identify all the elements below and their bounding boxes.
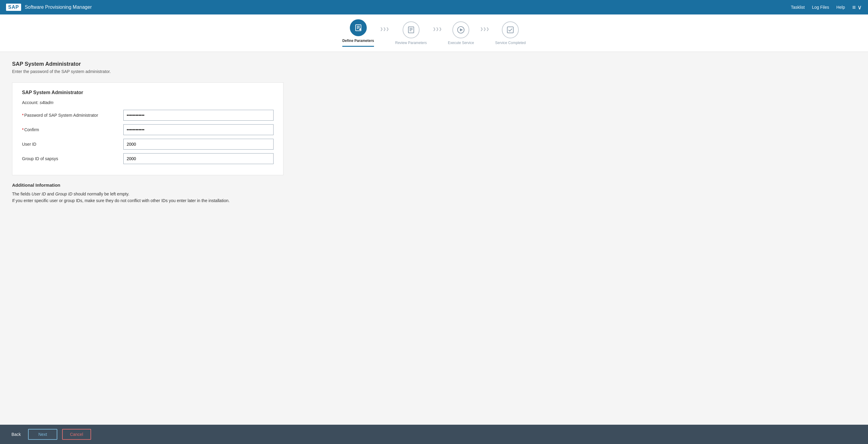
additional-text: The fields User ID and Group ID should n…: [12, 191, 856, 204]
step-arrow-1: ❯❯❯: [374, 27, 395, 39]
menu-icon[interactable]: ≡ ∨: [852, 4, 862, 11]
wizard-steps: Define Parameters ❯❯❯ Review Parameters …: [342, 19, 526, 47]
header-right: Tasklist Log Files Help ≡ ∨: [791, 4, 862, 11]
password-label: *Password of SAP System Administrator: [22, 113, 119, 118]
form-card-title: SAP System Administrator: [22, 90, 274, 95]
wizard-step-define: Define Parameters: [342, 19, 374, 47]
footer: Back Next Cancel: [0, 425, 868, 444]
groupid-label: Group ID of sapsys: [22, 156, 119, 161]
svg-marker-10: [460, 28, 463, 31]
next-button[interactable]: Next: [28, 429, 57, 440]
app-header: SAP Software Provisioning Manager Taskli…: [0, 0, 868, 14]
required-star-confirm: *: [22, 127, 24, 132]
required-star-password: *: [22, 113, 24, 118]
sap-logo: SAP: [6, 4, 21, 11]
step-label-completed: Service Completed: [495, 41, 526, 45]
step-active-underline: [342, 46, 374, 47]
userid-input[interactable]: [123, 139, 274, 150]
form-row-userid: User ID: [22, 139, 274, 150]
header-left: SAP Software Provisioning Manager: [6, 4, 92, 11]
account-value: s4tadm: [39, 100, 53, 105]
groupid-input[interactable]: [123, 153, 274, 164]
step-icon-define: [350, 19, 367, 36]
account-label: Account:: [22, 100, 38, 105]
wizard-step-execute: Execute Service: [448, 22, 474, 45]
step-arrow-3: ❯❯❯: [474, 27, 495, 39]
log-files-link[interactable]: Log Files: [812, 5, 829, 10]
svg-point-4: [359, 28, 361, 30]
step-icon-completed: [502, 22, 519, 38]
confirm-label: *Confirm: [22, 127, 119, 132]
form-row-password: *Password of SAP System Administrator: [22, 110, 274, 121]
svg-rect-11: [507, 27, 513, 33]
page-section-subtitle: Enter the password of the SAP system adm…: [12, 69, 856, 74]
cancel-button[interactable]: Cancel: [62, 429, 91, 440]
main-content: SAP System Administrator Enter the passw…: [0, 52, 868, 425]
app-title: Software Provisioning Manager: [25, 4, 92, 10]
confirm-input[interactable]: [123, 124, 274, 135]
back-button[interactable]: Back: [9, 432, 23, 437]
help-link[interactable]: Help: [836, 5, 845, 10]
step-icon-review: [403, 22, 420, 38]
account-line: Account: s4tadm: [22, 100, 274, 105]
wizard-bar: Define Parameters ❯❯❯ Review Parameters …: [0, 14, 868, 52]
wizard-step-review: Review Parameters: [395, 22, 427, 45]
userid-label: User ID: [22, 142, 119, 147]
form-card: SAP System Administrator Account: s4tadm…: [12, 82, 283, 175]
page-section-title: SAP System Administrator: [12, 61, 856, 67]
additional-info-section: Additional Information The fields User I…: [12, 183, 856, 204]
password-input[interactable]: [123, 110, 274, 121]
step-label-define: Define Parameters: [342, 39, 374, 43]
wizard-step-completed: Service Completed: [495, 22, 526, 45]
additional-title: Additional Information: [12, 183, 856, 188]
form-row-groupid: Group ID of sapsys: [22, 153, 274, 164]
step-icon-execute: [453, 22, 469, 38]
tasklist-link[interactable]: Tasklist: [791, 5, 805, 10]
form-row-confirm: *Confirm: [22, 124, 274, 135]
step-label-execute: Execute Service: [448, 41, 474, 45]
step-label-review: Review Parameters: [395, 41, 427, 45]
step-arrow-2: ❯❯❯: [427, 27, 448, 39]
